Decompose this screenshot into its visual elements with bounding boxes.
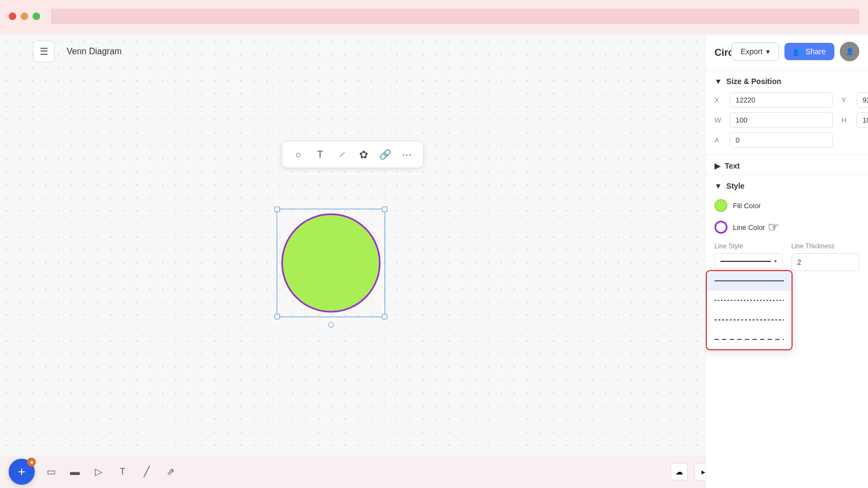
fill-color-swatch[interactable]: [714, 199, 727, 212]
avatar-image: 👤: [846, 48, 854, 55]
w-label: W: [714, 116, 725, 124]
dropdown-line-preview: [720, 261, 771, 262]
line-style-dropdown-container: ▾: [714, 253, 783, 269]
line-style-col: Line Style ▾: [714, 242, 783, 269]
titlebar-text: [51, 9, 859, 24]
svg-point-0: [282, 214, 380, 312]
traffic-lights: [9, 12, 40, 20]
line-style-dropdown-menu: [706, 270, 793, 350]
x-input[interactable]: [730, 92, 833, 108]
text-section[interactable]: ▶ Text: [706, 155, 868, 175]
line-style-section: Line Style ▾: [706, 238, 868, 275]
arrow-tool[interactable]: ⇗: [161, 462, 180, 481]
xy-row: X Y: [706, 90, 868, 110]
size-position-label: Size & Position: [726, 77, 781, 86]
line-thickness-col: Line Thickness: [792, 242, 860, 271]
a-row: A: [706, 130, 787, 150]
line-style-col-label: Line Style: [714, 242, 783, 250]
y-input[interactable]: [857, 92, 868, 108]
a-input[interactable]: [730, 132, 833, 148]
link-shape-tool[interactable]: 🔗: [375, 145, 395, 164]
canvas-area[interactable]: ○ T ⟋ ✿ 🔗 ⋯: [0, 35, 705, 455]
selected-circle[interactable]: [277, 209, 385, 317]
size-position-arrow-down: ▼: [714, 77, 722, 86]
line-color-swatch[interactable]: [714, 221, 727, 234]
line-tool-bottom[interactable]: ╱: [137, 462, 156, 481]
dotted-md-line-preview: [714, 319, 784, 320]
more-shape-tool[interactable]: ⋯: [397, 145, 417, 164]
h-label: H: [841, 116, 852, 124]
size-position-section[interactable]: ▼ Size & Position: [706, 70, 868, 90]
thickness-input[interactable]: [792, 253, 860, 271]
bottom-tools: ▭ ▬ ▷ T ╱ ⇗: [41, 462, 180, 481]
main-toolbar: ☰ Venn Diagram Export ▾ 👥 Share 👤: [24, 35, 868, 68]
fill-color-row: Fill Color: [706, 195, 868, 216]
line-style-dotted-md[interactable]: [707, 310, 792, 330]
fill-color-label: Fill Color: [733, 202, 761, 210]
style-section[interactable]: ▼ Style: [706, 175, 868, 195]
user-avatar[interactable]: 👤: [840, 42, 859, 61]
add-button[interactable]: + ★: [9, 459, 35, 485]
line-shape-tool[interactable]: ⟋: [332, 145, 352, 164]
text-arrow-right: ▶: [714, 162, 720, 170]
text-label: Text: [725, 162, 740, 170]
titlebar: [0, 0, 868, 33]
cloud-button[interactable]: ☁: [671, 463, 688, 480]
menu-button[interactable]: ☰: [33, 41, 55, 62]
export-label: Export: [741, 47, 762, 56]
page-tool[interactable]: ▬: [65, 462, 85, 481]
shape-tool-2[interactable]: ▷: [89, 462, 108, 481]
add-icon: +: [18, 464, 25, 479]
share-label: Share: [806, 47, 826, 56]
dropdown-arrow-icon: ▾: [774, 258, 777, 264]
x-label: X: [714, 96, 725, 104]
shape-toolbar: ○ T ⟋ ✿ 🔗 ⋯: [282, 141, 424, 168]
line-style-dashed[interactable]: [707, 330, 792, 349]
add-badge: ★: [27, 458, 36, 466]
dashed-line-preview: [714, 339, 784, 340]
export-button[interactable]: Export ▾: [731, 42, 778, 61]
solid-line-preview: [714, 280, 784, 281]
menu-icon: ☰: [40, 46, 48, 57]
style-label: Style: [726, 182, 744, 190]
export-arrow-icon: ▾: [766, 47, 770, 56]
line-style-solid[interactable]: [707, 271, 792, 291]
a-label: A: [714, 136, 725, 144]
right-panel: Circle 💬 ⚙ 📤 ▼ Size & Position X Y W H A…: [705, 35, 868, 488]
doc-title[interactable]: Venn Diagram: [60, 43, 136, 60]
circle-svg: [277, 209, 385, 317]
y-label: Y: [841, 96, 852, 104]
line-thickness-col-label: Line Thickness: [792, 242, 860, 250]
text-tool-bottom[interactable]: T: [113, 462, 132, 481]
line-color-label: Line Color: [733, 223, 765, 232]
share-button[interactable]: 👥 Share: [784, 43, 834, 60]
maximize-button[interactable]: [33, 12, 40, 20]
edit-shape-tool[interactable]: ✿: [354, 145, 373, 164]
circle-shape-tool[interactable]: ○: [289, 145, 308, 164]
minimize-button[interactable]: [21, 12, 28, 20]
style-arrow-down: ▼: [714, 182, 722, 190]
handle-bottom-center[interactable]: [328, 322, 334, 328]
h-input[interactable]: [857, 112, 868, 128]
dotted-sm-line-preview: [714, 300, 784, 301]
line-style-dotted-sm[interactable]: [707, 291, 792, 310]
rectangle-tool[interactable]: ▭: [41, 462, 61, 481]
line-color-row: Line Color: [706, 216, 868, 238]
close-button[interactable]: [9, 12, 16, 20]
share-icon: 👥: [793, 47, 802, 56]
line-style-dropdown-button[interactable]: ▾: [714, 253, 783, 269]
text-shape-tool[interactable]: T: [310, 145, 330, 164]
wh-row: W H: [706, 110, 868, 130]
w-input[interactable]: [730, 112, 833, 128]
